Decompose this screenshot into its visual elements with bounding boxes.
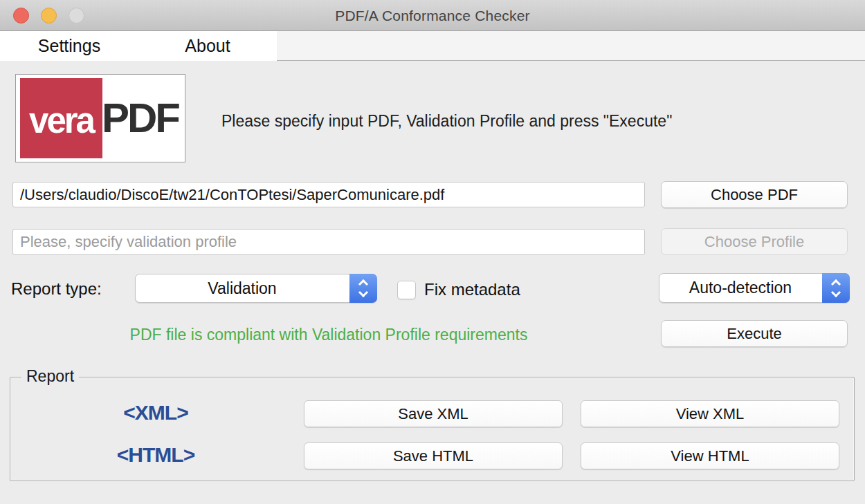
flavour-select[interactable]: Auto-detection xyxy=(659,273,850,303)
stepper-icon xyxy=(349,274,377,303)
fix-metadata-checkbox[interactable] xyxy=(397,281,416,299)
save-html-button[interactable]: Save HTML xyxy=(304,442,563,469)
execute-button[interactable]: Execute xyxy=(661,320,848,347)
menu-bar: Settings About xyxy=(0,31,865,61)
chevron-down-icon xyxy=(831,287,841,297)
logo-red-block: vera xyxy=(20,78,102,158)
report-groupbox-legend: Report xyxy=(21,367,79,386)
title-bar: PDF/A Conformance Checker xyxy=(0,0,865,31)
xml-format-label: <XML> xyxy=(10,401,301,424)
validation-profile-input[interactable] xyxy=(12,229,645,255)
view-xml-button[interactable]: View XML xyxy=(581,400,839,427)
verapdf-logo: vera PDF xyxy=(15,74,185,162)
choose-profile-button: Choose Profile xyxy=(661,228,848,255)
view-html-button[interactable]: View HTML xyxy=(581,442,839,469)
save-xml-button[interactable]: Save XML xyxy=(304,400,563,427)
status-message: PDF file is compliant with Validation Pr… xyxy=(12,326,645,344)
pdf-path-input[interactable] xyxy=(12,182,645,207)
logo-vera-text: vera xyxy=(29,103,93,138)
menu-strip: Settings About xyxy=(0,31,277,61)
app-window: PDF/A Conformance Checker Settings About… xyxy=(0,0,865,504)
logo-pdf-text: PDF xyxy=(102,97,179,139)
menu-item-about[interactable]: About xyxy=(138,31,277,61)
report-type-selected-value: Validation xyxy=(136,274,349,302)
report-type-select[interactable]: Validation xyxy=(135,274,377,303)
stepper-icon xyxy=(822,273,850,303)
chevron-down-icon xyxy=(358,288,368,297)
html-format-label: <HTML> xyxy=(10,443,301,467)
window-title: PDF/A Conformance Checker xyxy=(0,0,865,31)
report-groupbox: Report <XML> <HTML> Save XML View XML Sa… xyxy=(10,377,855,481)
choose-pdf-button[interactable]: Choose PDF xyxy=(661,181,848,208)
fix-metadata-label: Fix metadata xyxy=(424,280,520,299)
report-type-label: Report type: xyxy=(11,279,102,299)
instruction-text: Please specify input PDF, Validation Pro… xyxy=(221,112,672,131)
flavour-selected-value: Auto-detection xyxy=(659,274,821,302)
menu-item-settings[interactable]: Settings xyxy=(0,31,138,61)
